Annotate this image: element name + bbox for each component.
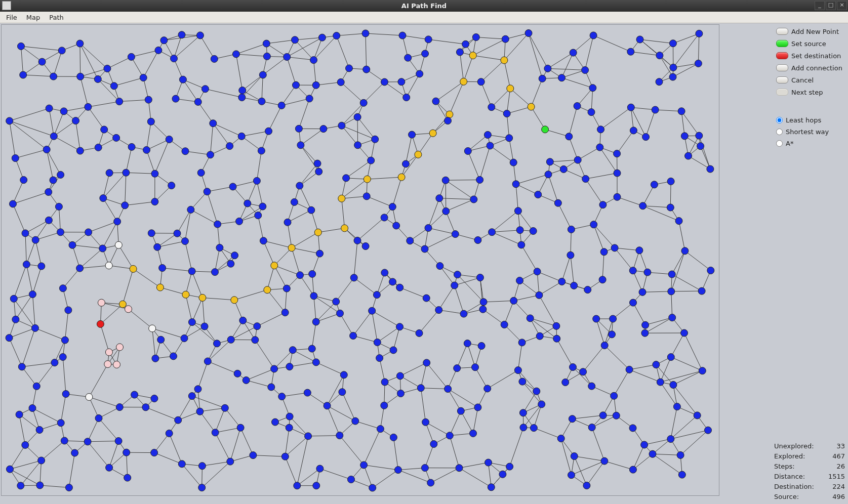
- graph-node[interactable]: [7, 466, 14, 473]
- graph-node[interactable]: [123, 169, 130, 176]
- graph-node[interactable]: [588, 424, 595, 431]
- minimize-button[interactable]: _: [815, 1, 825, 10]
- graph-node[interactable]: [174, 230, 181, 237]
- radio-least-hops[interactable]: Least hops: [776, 116, 846, 124]
- graph-node[interactable]: [151, 170, 158, 177]
- graph-node[interactable]: [396, 323, 403, 330]
- radio-input[interactable]: [776, 140, 783, 147]
- graph-node[interactable]: [685, 152, 692, 159]
- graph-node[interactable]: [201, 86, 209, 93]
- add-connection-button[interactable]: Add connection: [776, 63, 846, 73]
- graph-node[interactable]: [568, 472, 575, 479]
- graph-node[interactable]: [188, 319, 195, 326]
- graph-node[interactable]: [337, 78, 344, 86]
- graph-node[interactable]: [210, 120, 217, 127]
- graph-node[interactable]: [229, 183, 236, 190]
- graph-node[interactable]: [239, 87, 246, 94]
- graph-node[interactable]: [512, 181, 519, 188]
- graph-node[interactable]: [313, 482, 320, 489]
- graph-node[interactable]: [125, 306, 132, 313]
- graph-node[interactable]: [204, 358, 211, 365]
- graph-node[interactable]: [339, 389, 346, 396]
- graph-node[interactable]: [583, 482, 590, 489]
- graph-node[interactable]: [289, 347, 296, 354]
- graph-node[interactable]: [611, 244, 618, 251]
- graph-node[interactable]: [695, 60, 702, 67]
- graph-node[interactable]: [368, 157, 375, 164]
- graph-node[interactable]: [694, 412, 701, 419]
- graph-node[interactable]: [77, 73, 84, 80]
- graph-node[interactable]: [470, 430, 477, 437]
- graph-node[interactable]: [488, 484, 495, 491]
- graph-node[interactable]: [390, 347, 397, 354]
- graph-node[interactable]: [288, 244, 295, 251]
- graph-node[interactable]: [629, 466, 636, 473]
- graph-node[interactable]: [336, 432, 343, 439]
- graph-node[interactable]: [38, 58, 46, 65]
- graph-node[interactable]: [314, 160, 321, 167]
- graph-node[interactable]: [601, 457, 608, 465]
- graph-node[interactable]: [196, 408, 204, 415]
- graph-node[interactable]: [530, 425, 537, 432]
- graph-node[interactable]: [669, 40, 676, 47]
- graph-node[interactable]: [520, 424, 527, 431]
- graph-node[interactable]: [429, 130, 436, 137]
- graph-node[interactable]: [294, 482, 301, 489]
- graph-node[interactable]: [374, 339, 381, 346]
- graph-node[interactable]: [611, 392, 618, 399]
- graph-node[interactable]: [567, 251, 574, 259]
- graph-node[interactable]: [36, 482, 44, 489]
- graph-node[interactable]: [254, 323, 261, 330]
- graph-node[interactable]: [60, 108, 67, 115]
- graph-node[interactable]: [536, 291, 543, 299]
- graph-node[interactable]: [286, 363, 293, 370]
- cancel-button[interactable]: Cancel: [776, 75, 846, 85]
- graph-node[interactable]: [510, 297, 517, 304]
- graph-node[interactable]: [396, 372, 403, 380]
- graph-node[interactable]: [446, 111, 453, 118]
- graph-node[interactable]: [76, 147, 84, 154]
- graph-node[interactable]: [6, 117, 13, 124]
- graph-node[interactable]: [376, 355, 383, 362]
- graph-node[interactable]: [590, 221, 597, 228]
- graph-node[interactable]: [668, 271, 675, 278]
- graph-node[interactable]: [259, 203, 266, 210]
- radio-shortest-way[interactable]: Shortest way: [776, 128, 846, 136]
- graph-node[interactable]: [421, 245, 428, 253]
- graph-node[interactable]: [237, 424, 244, 431]
- graph-node[interactable]: [271, 262, 278, 269]
- graph-node[interactable]: [188, 268, 195, 275]
- graph-node[interactable]: [656, 52, 663, 59]
- graph-node[interactable]: [681, 329, 688, 337]
- graph-node[interactable]: [182, 148, 189, 155]
- graph-node[interactable]: [476, 176, 483, 183]
- graph-node[interactable]: [43, 146, 50, 153]
- graph-node[interactable]: [22, 441, 29, 448]
- graph-node[interactable]: [669, 73, 676, 80]
- graph-node[interactable]: [354, 113, 361, 120]
- graph-node[interactable]: [407, 237, 414, 244]
- graph-node[interactable]: [216, 244, 223, 251]
- graph-node[interactable]: [10, 295, 17, 302]
- graph-node[interactable]: [589, 85, 596, 92]
- set-destination-button[interactable]: Set destination: [776, 51, 846, 61]
- graph-node[interactable]: [670, 382, 677, 389]
- graph-node[interactable]: [148, 230, 155, 237]
- graph-node[interactable]: [333, 298, 340, 305]
- graph-node[interactable]: [104, 361, 111, 368]
- graph-node[interactable]: [681, 133, 688, 140]
- graph-node[interactable]: [268, 384, 275, 391]
- graph-node[interactable]: [143, 146, 150, 153]
- graph-node[interactable]: [477, 78, 484, 86]
- graph-node[interactable]: [442, 207, 450, 215]
- graph-node[interactable]: [214, 340, 221, 347]
- graph-node[interactable]: [571, 282, 578, 289]
- graph-node[interactable]: [306, 95, 313, 102]
- graph-node[interactable]: [156, 284, 164, 291]
- graph-node[interactable]: [614, 170, 621, 177]
- graph-node[interactable]: [699, 367, 706, 374]
- graph-node[interactable]: [226, 143, 233, 150]
- graph-node[interactable]: [651, 181, 658, 188]
- graph-node[interactable]: [372, 136, 379, 143]
- graph-node[interactable]: [122, 202, 129, 209]
